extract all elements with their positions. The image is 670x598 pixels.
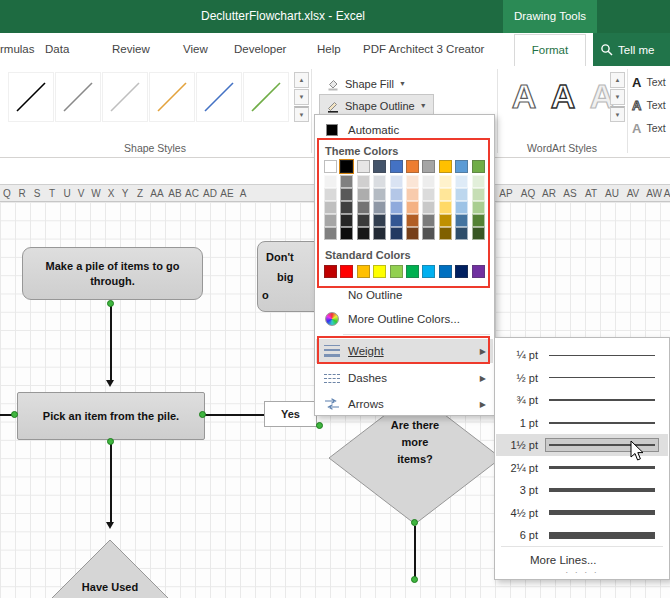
- theme-tint-swatch[interactable]: [439, 227, 452, 240]
- wordart-style-preview[interactable]: A: [505, 70, 543, 122]
- theme-tint-swatch[interactable]: [455, 214, 468, 227]
- weight-option[interactable]: 1 pt: [496, 412, 668, 434]
- theme-tint-swatch[interactable]: [390, 214, 403, 227]
- wordart-style-preview[interactable]: A: [544, 70, 582, 122]
- column-header[interactable]: T: [49, 185, 55, 202]
- column-header[interactable]: AE: [220, 185, 233, 202]
- theme-color-swatch[interactable]: [422, 160, 435, 173]
- theme-tint-swatch[interactable]: [373, 188, 386, 201]
- menu-item-dashes[interactable]: Dashes ▶: [316, 367, 493, 389]
- theme-color-swatch[interactable]: [439, 160, 452, 173]
- theme-tint-swatch[interactable]: [406, 227, 419, 240]
- text-style-button[interactable]: AText: [632, 118, 666, 138]
- theme-tint-swatch[interactable]: [406, 201, 419, 214]
- theme-tint-swatch[interactable]: [439, 188, 452, 201]
- column-header[interactable]: W: [91, 185, 100, 202]
- column-header[interactable]: AW: [646, 185, 662, 202]
- theme-tint-swatch[interactable]: [340, 201, 353, 214]
- text-style-button[interactable]: AText: [632, 72, 666, 92]
- flowchart-yes-label[interactable]: Yes: [264, 401, 317, 427]
- column-header[interactable]: Z: [137, 185, 143, 202]
- weight-option[interactable]: ¾ pt: [496, 389, 668, 411]
- theme-tint-swatch[interactable]: [439, 201, 452, 214]
- ribbon-tab-view[interactable]: View: [183, 33, 208, 66]
- menu-item-arrows[interactable]: Arrows ▶: [316, 393, 493, 415]
- gallery-up-button[interactable]: ▲: [294, 72, 309, 88]
- column-header[interactable]: AB: [168, 185, 181, 202]
- column-header[interactable]: A: [240, 185, 247, 202]
- gallery-down-button[interactable]: ▼: [610, 89, 625, 105]
- connection-handle[interactable]: [107, 300, 114, 307]
- column-header[interactable]: AC: [185, 185, 199, 202]
- theme-tint-swatch[interactable]: [439, 175, 452, 188]
- theme-tint-swatch[interactable]: [357, 201, 370, 214]
- gallery-up-button[interactable]: ▲: [610, 72, 625, 88]
- weight-option[interactable]: ½ pt: [496, 367, 668, 389]
- shape-outline-button[interactable]: Shape Outline ▼: [320, 95, 433, 116]
- theme-color-swatch[interactable]: [472, 160, 485, 173]
- standard-color-swatch[interactable]: [472, 265, 485, 278]
- standard-color-swatch[interactable]: [390, 265, 403, 278]
- menu-item-no-outline[interactable]: No Outline: [316, 285, 493, 305]
- tell-me-box[interactable]: Tell me: [593, 33, 670, 66]
- weight-option[interactable]: 6 pt: [496, 524, 668, 546]
- column-header[interactable]: AV: [627, 185, 640, 202]
- theme-tint-swatch[interactable]: [472, 188, 485, 201]
- theme-tint-swatch[interactable]: [324, 227, 337, 240]
- shape-style-preview[interactable]: [8, 72, 54, 122]
- menu-item-more-outline-colors[interactable]: More Outline Colors...: [316, 309, 493, 329]
- column-header[interactable]: V: [78, 185, 85, 202]
- standard-color-swatch[interactable]: [340, 265, 353, 278]
- column-header[interactable]: AU: [605, 185, 619, 202]
- column-header[interactable]: A: [664, 185, 670, 202]
- theme-tint-swatch[interactable]: [340, 175, 353, 188]
- ribbon-tab-help[interactable]: Help: [317, 33, 341, 66]
- ribbon-tab-rmulas[interactable]: rmulas: [0, 33, 35, 66]
- theme-tint-swatch[interactable]: [324, 175, 337, 188]
- shape-style-preview[interactable]: [196, 72, 242, 122]
- shape-style-preview[interactable]: [102, 72, 148, 122]
- flowchart-shape-pile[interactable]: Make a pile of items to go through.: [22, 247, 203, 300]
- theme-tint-swatch[interactable]: [422, 214, 435, 227]
- menu-item-automatic[interactable]: Automatic: [316, 120, 493, 140]
- column-header[interactable]: X: [108, 185, 115, 202]
- column-header[interactable]: Y: [122, 185, 129, 202]
- theme-tint-swatch[interactable]: [472, 201, 485, 214]
- ribbon-tab-developer[interactable]: Developer: [234, 33, 286, 66]
- theme-tint-swatch[interactable]: [439, 214, 452, 227]
- connection-handle[interactable]: [11, 411, 18, 418]
- theme-tint-swatch[interactable]: [455, 175, 468, 188]
- shape-style-preview[interactable]: [243, 72, 289, 122]
- connection-handle[interactable]: [316, 422, 323, 429]
- ribbon-tab-format[interactable]: Format: [514, 34, 586, 66]
- column-header[interactable]: AS: [563, 185, 576, 202]
- theme-tint-swatch[interactable]: [455, 227, 468, 240]
- standard-color-swatch[interactable]: [324, 265, 337, 278]
- column-header[interactable]: AR: [542, 185, 556, 202]
- connection-handle[interactable]: [411, 519, 418, 526]
- theme-tint-swatch[interactable]: [390, 175, 403, 188]
- theme-color-swatch[interactable]: [390, 160, 403, 173]
- weight-option[interactable]: ¼ pt: [496, 344, 668, 366]
- ribbon-tab-pdf-architect-3-creator[interactable]: PDF Architect 3 Creator: [363, 33, 484, 66]
- theme-tint-swatch[interactable]: [357, 214, 370, 227]
- theme-tint-swatch[interactable]: [357, 175, 370, 188]
- weight-option[interactable]: 4½ pt: [496, 502, 668, 524]
- theme-tint-swatch[interactable]: [373, 227, 386, 240]
- theme-tint-swatch[interactable]: [357, 188, 370, 201]
- theme-tint-swatch[interactable]: [422, 227, 435, 240]
- column-header[interactable]: U: [63, 185, 70, 202]
- theme-tint-swatch[interactable]: [373, 201, 386, 214]
- gallery-down-button[interactable]: ▼: [294, 89, 309, 105]
- theme-tint-swatch[interactable]: [373, 175, 386, 188]
- connection-handle[interactable]: [199, 411, 206, 418]
- shape-style-preview[interactable]: [55, 72, 101, 122]
- theme-color-swatch[interactable]: [406, 160, 419, 173]
- theme-tint-swatch[interactable]: [324, 214, 337, 227]
- column-header[interactable]: AA: [150, 185, 163, 202]
- theme-tint-swatch[interactable]: [422, 188, 435, 201]
- standard-color-swatch[interactable]: [439, 265, 452, 278]
- theme-tint-swatch[interactable]: [340, 214, 353, 227]
- theme-tint-swatch[interactable]: [373, 214, 386, 227]
- weight-option[interactable]: 3 pt: [496, 479, 668, 501]
